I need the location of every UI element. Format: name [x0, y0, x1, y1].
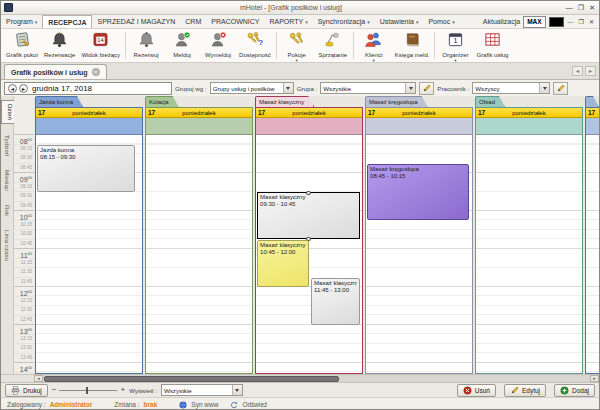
chevron-down-icon[interactable] — [283, 83, 293, 93]
edit-group-button[interactable] — [419, 82, 434, 95]
close-button[interactable]: ✕ — [589, 4, 595, 12]
update-button[interactable]: Aktualizacja — [481, 18, 520, 25]
column-time-grid[interactable] — [476, 135, 582, 373]
column-time-grid[interactable] — [586, 135, 599, 373]
column-day-header[interactable]: 17poniedziałek — [256, 108, 362, 118]
display-select[interactable]: Wszystkie — [161, 384, 243, 396]
print-button[interactable]: Drukuj — [5, 384, 48, 397]
toolbar-button-organizer[interactable]: 1Organizer▾ — [437, 29, 473, 62]
view-tab-dzień[interactable]: Dzień — [1, 100, 14, 124]
column-time-grid[interactable]: Masaż kręgosłupa08:45 - 10:15 — [366, 135, 472, 373]
toolbar-button-sprzątanie[interactable]: Sprzątanie — [315, 29, 351, 62]
all-day-band[interactable] — [586, 118, 599, 135]
toolbar-separator — [125, 32, 126, 59]
scroll-left-icon[interactable]: ◄ — [34, 375, 43, 382]
date-prev-button[interactable]: ◄ — [8, 84, 17, 93]
menu-item-program[interactable]: Program▾ — [1, 15, 42, 28]
edit-button[interactable]: Edytuj — [504, 384, 546, 397]
refresh-button[interactable]: Odśwież — [242, 401, 267, 408]
toolbar-button-melduj[interactable]: Melduj — [164, 29, 200, 62]
employee-select[interactable]: Wszyscy — [472, 82, 550, 94]
column-tab[interactable] — [585, 96, 599, 107]
column-tab[interactable]: Obiad — [475, 96, 505, 107]
menu-item-pomoc[interactable]: Pomoc▾ — [423, 15, 459, 28]
zoom-thumb[interactable] — [86, 387, 88, 394]
column-time-grid[interactable]: Jazda konna08:15 - 09:30 — [36, 135, 142, 373]
column-day-header[interactable]: 17poniedziałek — [36, 108, 142, 118]
toolbar-button-grafik-usług[interactable]: Grafik usług — [473, 29, 511, 62]
view-tab-miesiąc[interactable]: Miesiąc — [4, 167, 11, 194]
toolbar-button-widok-bieżący[interactable]: 14Widok bieżący — [78, 29, 123, 62]
toolbar-button-grafik-pokoi[interactable]: Grafik pokoi — [3, 29, 41, 62]
appointment-masaż-kręgosłupa[interactable]: Masaż kręgosłupa08:45 - 10:15 — [367, 164, 469, 221]
maximize-button[interactable]: ❐ — [578, 4, 584, 12]
guest-book-icon — [404, 31, 421, 52]
zoom-slider[interactable]: − + — [52, 386, 125, 394]
chevron-down-icon[interactable] — [232, 385, 242, 395]
chevron-down-icon[interactable] — [539, 83, 549, 93]
all-day-band[interactable] — [256, 118, 362, 135]
zoom-in-icon[interactable]: + — [120, 386, 125, 394]
sync-www-button[interactable]: Syn www — [191, 401, 218, 408]
menu-item-ustawienia[interactable]: Ustawienia▾ — [375, 15, 424, 28]
appointment-jazda-konna[interactable]: Jazda konna08:15 - 09:30 — [37, 145, 135, 192]
toolbar-button-rezerwuj[interactable]: Rezerwuj — [128, 29, 164, 62]
all-day-band[interactable] — [366, 118, 472, 135]
horizontal-scrollbar[interactable]: ◄ ► — [1, 374, 599, 382]
group-select[interactable]: Wszystkie — [320, 82, 416, 94]
column-day-header[interactable]: 17poniedziałek — [146, 108, 252, 118]
all-day-band[interactable] — [36, 118, 142, 135]
menu-item-synchronizacja[interactable]: Synchronizacja▾ — [313, 15, 375, 28]
appointment-masaż-klasyczny[interactable]: Masaż klasyczny11:45 - 13:00 — [311, 278, 360, 325]
view-tab-rok[interactable]: Rok — [4, 202, 11, 219]
delete-button[interactable]: Usuń — [457, 384, 496, 397]
view-tab-tydzień[interactable]: Tydzień — [4, 132, 11, 159]
minimize-button[interactable]: — — [566, 4, 573, 12]
column-tab[interactable]: Jazda konna — [35, 96, 83, 107]
column-time-grid[interactable]: Masaż klasyczny09:30 - 10:45Masaż klasyc… — [256, 135, 362, 373]
zoom-out-icon[interactable]: − — [52, 386, 57, 394]
toolbar-button-dostępność[interactable]: ?Dostępność — [236, 29, 274, 62]
toolbar-button-rezerwacje[interactable]: Rezerwacje — [41, 29, 78, 62]
chevron-down-icon[interactable] — [405, 83, 415, 93]
toolbar-button-księga-meld-[interactable]: Księga meld. — [392, 29, 433, 62]
pencil-icon — [556, 84, 565, 93]
tab-grafik-posilkow-i-uslug[interactable]: Grafik posiłków i usług ✕ — [4, 64, 107, 79]
add-button[interactable]: Dodaj — [554, 384, 595, 397]
toolbar-button-klienci[interactable]: Klienci▾ — [356, 29, 392, 62]
column-time-grid[interactable] — [146, 135, 252, 373]
zoom-track[interactable] — [59, 390, 117, 391]
column-tab[interactable]: Masaż kręgosłupa — [365, 96, 428, 107]
menu-item-crm[interactable]: CRM — [180, 15, 206, 28]
all-day-band[interactable] — [476, 118, 582, 135]
scroll-right-icon[interactable]: ► — [590, 375, 599, 382]
date-field[interactable]: ◄ ► grudnia 17, 2018 — [4, 82, 172, 95]
toolbar-button-wymelduj[interactable]: Wymelduj — [200, 29, 236, 62]
toolbar-button-pokoje[interactable]: Pokoje▾ — [279, 29, 315, 62]
resize-handle-top[interactable] — [306, 191, 311, 195]
menu-item-pracownicy[interactable]: PRACOWNICY — [206, 15, 264, 28]
tab-scroll-left-icon[interactable]: ◄ — [572, 66, 583, 76]
column-day-header[interactable]: 17poniedziałek — [586, 108, 599, 118]
tab-close-icon[interactable]: ✕ — [92, 68, 100, 76]
column-day-header[interactable]: 17poniedziałek — [476, 108, 582, 118]
mdi-restore-button[interactable]: ❐ — [578, 18, 585, 25]
appointment-masaż-klasyczny[interactable]: Masaż klasyczny09:30 - 10:45 — [257, 192, 360, 239]
menu-item-recepcja[interactable]: RECEPCJA — [42, 15, 92, 28]
view-tab-linia-czasu[interactable]: Linia czasu — [4, 227, 11, 264]
column-day-header[interactable]: 17poniedziałek — [366, 108, 472, 118]
mdi-close-button[interactable]: ✕ — [588, 18, 595, 25]
edit-employee-button[interactable] — [553, 82, 568, 95]
all-day-band[interactable] — [146, 118, 252, 135]
column-tab[interactable]: Kolacja — [145, 96, 179, 107]
mdi-minimize-button[interactable]: — — [567, 19, 575, 25]
date-next-button[interactable]: ► — [19, 84, 28, 93]
column-tab[interactable]: Masaż klasyczny — [255, 96, 314, 107]
group-by-select[interactable]: Grupy usług i posiłków — [210, 82, 294, 94]
menu-item-raporty[interactable]: RAPORTY▾ — [264, 15, 312, 28]
appointment-masaż-klasyczny[interactable]: Masaż klasyczny10:45 - 12:00 — [257, 240, 309, 287]
menu-item-sprzeda-i-magazyn[interactable]: SPRZEDAŻ I MAGAZYN — [92, 15, 180, 28]
scrollbar-thumb[interactable] — [44, 376, 339, 382]
time-label-14-00: 1400 — [14, 362, 34, 372]
tab-scroll-right-icon[interactable]: ► — [585, 66, 596, 76]
